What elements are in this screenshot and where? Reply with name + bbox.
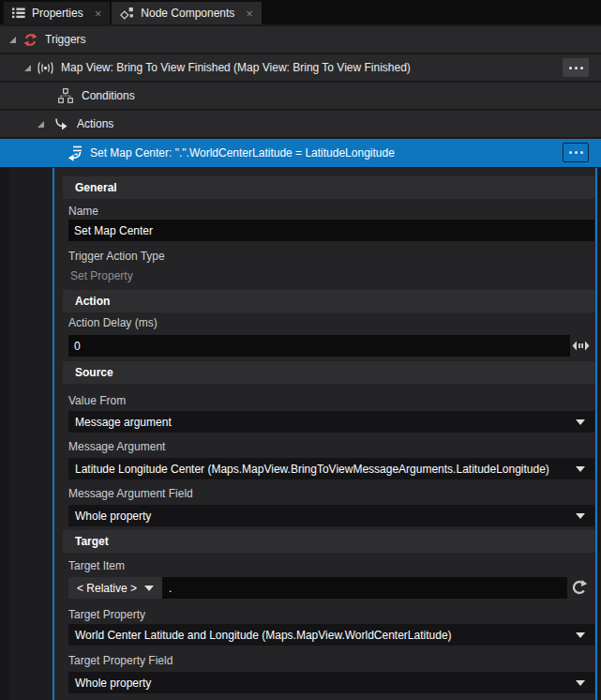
expander-icon[interactable] <box>38 121 44 128</box>
target-item-mode-value: < Relative > <box>77 582 137 595</box>
node-components-icon <box>120 7 134 21</box>
action-property-editor: General Name Trigger Action Type Set Pro… <box>0 168 601 700</box>
editor-panel: General Name Trigger Action Type Set Pro… <box>54 168 595 700</box>
section-header-target: Target <box>63 530 595 553</box>
tree-row-conditions[interactable]: Conditions <box>0 83 601 109</box>
chevron-down-icon <box>576 466 585 472</box>
chevron-down-icon <box>576 419 585 425</box>
message-argument-dropdown[interactable]: Latitude Longitude Center (Maps.MapView.… <box>68 458 594 479</box>
tree-label-actions: Actions <box>77 117 113 130</box>
value-from-value: Message argument <box>75 416 172 429</box>
section-header-source: Source <box>63 361 595 384</box>
section-header-action: Action <box>63 290 595 312</box>
properties-list-icon <box>12 8 25 19</box>
expander-icon[interactable] <box>9 37 16 43</box>
message-argument-label: Message Argument <box>68 440 165 453</box>
chevron-down-icon <box>144 586 154 591</box>
tree-indent-gutter <box>0 168 53 700</box>
tab-bar: Properties × Node Components × <box>0 0 601 24</box>
tree-row-triggers[interactable]: Triggers <box>0 26 601 53</box>
target-property-field-label: Target Property Field <box>68 654 173 667</box>
tree-row-actions[interactable]: Actions <box>0 111 601 137</box>
close-icon[interactable]: × <box>95 8 102 20</box>
tree-label-conditions: Conditions <box>82 89 135 102</box>
tab-node-components[interactable]: Node Components × <box>112 2 262 24</box>
ellipsis-icon <box>569 67 572 69</box>
more-options-button-selected[interactable] <box>563 143 589 162</box>
target-property-dropdown[interactable]: World Center Latitude and Longitude (Map… <box>68 624 594 646</box>
triggers-cycle-icon <box>23 33 38 47</box>
chevron-down-icon <box>576 680 585 686</box>
ellipsis-icon <box>569 151 572 154</box>
value-from-label: Value From <box>68 394 126 407</box>
target-item-mode-dropdown[interactable]: < Relative > <box>68 577 162 599</box>
target-property-value: World Center Latitude and Longitude (Map… <box>75 629 452 642</box>
horizontal-drag-icon[interactable] <box>572 341 590 351</box>
target-property-field-value: Whole property <box>75 677 151 690</box>
set-property-action-icon <box>66 145 83 161</box>
target-property-label: Target Property <box>68 608 145 621</box>
tree-label-trigger-item: Map View: Bring To View Finished (Map Vi… <box>61 61 411 74</box>
close-icon[interactable]: × <box>246 8 253 20</box>
reset-target-icon[interactable] <box>571 579 588 596</box>
tree-row-selected-action[interactable]: Set Map Center: ".".WorldCenterLatitude … <box>0 139 601 167</box>
message-argument-field-value: Whole property <box>75 510 151 523</box>
message-argument-field-label: Message Argument Field <box>68 487 193 500</box>
name-label: Name <box>68 205 98 218</box>
chevron-down-icon <box>576 513 585 519</box>
target-item-path-value: . <box>169 582 172 595</box>
trigger-action-type-label: Trigger Action Type <box>68 250 165 263</box>
message-argument-value: Latitude Longitude Center (Maps.MapView.… <box>75 463 549 476</box>
message-argument-field-dropdown[interactable]: Whole property <box>68 505 594 526</box>
message-trigger-icon <box>37 61 54 75</box>
tab-properties[interactable]: Properties × <box>4 2 110 24</box>
action-delay-label: Action Delay (ms) <box>68 316 158 329</box>
tab-properties-label: Properties <box>32 7 83 20</box>
value-from-dropdown[interactable]: Message argument <box>68 411 594 433</box>
tree-label-selected-action: Set Map Center: ".".WorldCenterLatitude … <box>90 146 395 160</box>
target-item-control: < Relative > . <box>68 577 567 599</box>
section-header-general: General <box>63 176 595 199</box>
actions-arrow-icon <box>53 118 68 130</box>
name-input[interactable] <box>68 220 594 241</box>
tree-row-trigger-item[interactable]: Map View: Bring To View Finished (Map Vi… <box>0 54 601 81</box>
target-property-field-dropdown[interactable]: Whole property <box>68 672 594 693</box>
tree-label-triggers: Triggers <box>45 33 86 46</box>
target-item-path-field[interactable]: . <box>162 577 567 599</box>
trigger-action-type-value: Set Property <box>70 269 133 282</box>
conditions-branch-icon <box>58 88 73 103</box>
expander-icon[interactable] <box>24 65 31 71</box>
selection-guide-right <box>595 168 597 700</box>
target-item-label: Target Item <box>68 559 125 572</box>
more-options-button[interactable] <box>563 58 589 77</box>
tab-node-components-label: Node Components <box>141 7 234 20</box>
action-delay-input[interactable] <box>68 335 570 357</box>
chevron-down-icon <box>576 632 585 638</box>
